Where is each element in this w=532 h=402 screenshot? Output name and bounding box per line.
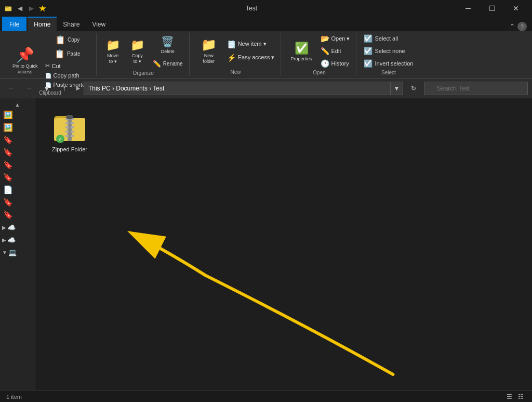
invert-selection-button[interactable]: ☑️ Invert selection [362,58,415,69]
minimize-button[interactable]: ─ [456,0,480,17]
svg-rect-11 [71,126,74,128]
sidebar-scroll-up[interactable]: ▲ [0,100,35,109]
sidebar-pc-icon: 💻 [8,249,17,256]
refresh-button[interactable]: ↻ [406,81,421,96]
sidebar-item-7[interactable]: 🔖 [0,196,35,209]
ribbon-tabs: File Home Share View ⌃ ? [0,17,532,31]
paste-icon: 📋 [55,49,65,59]
sidebar-cloud-icon-1: ☁️ [7,236,16,244]
tab-share[interactable]: Share [57,17,86,31]
open-group: ✅ Properties 📂 Open ▾ ✏️ Edit 🕐 [282,33,356,76]
new-folder-button[interactable]: 📁 Newfolder [195,35,223,67]
back-arrow-icon[interactable]: ◀ [16,4,24,12]
content-area: ✓ Zipped Folder [35,98,532,390]
recent-locations-button[interactable]: ▼ [39,81,54,96]
tab-file[interactable]: File [2,17,26,31]
copy-icon: 📋 [55,35,65,45]
delete-icon: 🗑️ [161,35,174,48]
list-view-button[interactable]: ☰ [504,392,514,402]
rename-button[interactable]: ✏️ Rename [151,58,185,69]
svg-text:✓: ✓ [58,136,62,142]
up-button[interactable]: ↑ [57,81,72,96]
window-controls: ─ ☐ ✕ [456,0,528,17]
properties-button[interactable]: ✅ Properties [286,35,316,67]
sidebar-item-6[interactable]: 📄 [0,184,35,196]
select-all-button[interactable]: ☑️ Select all [362,33,415,44]
pin-to-quick-access-button[interactable]: 📌 Pin to Quickaccess [8,46,42,77]
zip-folder-icon: ✓ [53,111,86,144]
sidebar-icon-8: 🔖 [3,210,13,219]
file-grid: ✓ Zipped Folder [35,98,532,165]
tab-home[interactable]: Home [28,17,57,31]
new-item-button[interactable]: 🗒️ New item ▾ [225,39,277,49]
address-dropdown-button[interactable]: ▼ [391,82,403,95]
edit-icon: ✏️ [321,47,329,55]
title-bar-icons: ◀ ▶ [4,4,47,12]
easy-access-button[interactable]: ⚡ Easy access ▾ [225,53,277,63]
forward-button[interactable]: → [22,81,36,96]
open-button[interactable]: 📂 Open ▾ [318,33,352,44]
sidebar-item-5[interactable]: 🔖 [0,171,35,184]
address-input[interactable] [84,82,391,95]
sidebar-item-3[interactable]: 🔖 [0,146,35,159]
sidebar-icon-4: 🔖 [3,160,13,170]
edit-button[interactable]: ✏️ Edit [318,46,352,56]
forward-arrow-icon[interactable]: ▶ [27,4,35,12]
move-to-icon: 📁 [106,38,120,52]
status-bar: 1 item ☰ ☷ [0,390,532,402]
main-layout: ▲ 🖼️ 🖼️ 🔖 🔖 🔖 🔖 📄 🔖 🔖 ▶ ☁️ [0,98,532,390]
history-button[interactable]: 🕐 History [318,58,352,69]
copy-to-icon: 📁 [130,38,144,52]
address-container: ► ▼ [75,82,403,95]
sidebar-item-4[interactable]: 🔖 [0,159,35,171]
svg-rect-14 [65,135,69,137]
help-button[interactable]: ? [517,22,527,31]
search-input[interactable] [424,82,528,95]
open-label: Open [286,69,352,76]
sidebar-icon-1: 🖼️ [3,123,13,132]
sidebar-item-2[interactable]: 🔖 [0,134,35,146]
svg-rect-13 [71,131,74,133]
tab-view[interactable]: View [86,17,112,31]
sidebar-item-8[interactable]: 🔖 [0,209,35,221]
copy-button[interactable]: 📋 Copy [43,33,92,46]
properties-icon: ✅ [295,41,309,55]
copy-path-button[interactable]: 📄 Copy path [43,71,92,80]
sidebar: ▲ 🖼️ 🖼️ 🔖 🔖 🔖 🔖 📄 🔖 🔖 ▶ ☁️ [0,98,35,390]
delete-button[interactable]: 🗑️ Delete [151,33,185,56]
details-view-button[interactable]: ☷ [515,392,526,402]
sidebar-expand-0[interactable]: ▶ ☁️ [0,221,35,234]
sidebar-icon-6: 📄 [3,185,13,194]
sidebar-expand-1[interactable]: ▶ ☁️ [0,234,35,246]
breadcrumb-arrow: ► [75,84,82,92]
organize-buttons: 📁 Moveto ▾ 📁 Copyto ▾ 🗑️ Delete ✏️ Renam… [102,33,185,69]
cut-button[interactable]: ✂ Cut [43,61,92,70]
open-buttons: ✅ Properties 📂 Open ▾ ✏️ Edit 🕐 [286,33,352,69]
select-none-button[interactable]: ☑️ Select none [362,46,415,56]
paste-button[interactable]: 📋 Paste [43,47,92,60]
collapse-ribbon-button[interactable]: ⌃ [509,22,515,31]
sidebar-cloud-icon-0: ☁️ [7,224,16,231]
pin-icon: 📌 [16,48,34,62]
svg-marker-3 [39,5,46,11]
close-button[interactable]: ✕ [504,0,528,17]
move-to-button[interactable]: 📁 Moveto ▾ [102,36,124,67]
sidebar-item-0[interactable]: 🖼️ [0,109,35,121]
sidebar-item-1[interactable]: 🖼️ [0,121,35,134]
back-button[interactable]: ← [4,81,19,96]
maximize-button[interactable]: ☐ [480,0,504,17]
organize-group: 📁 Moveto ▾ 📁 Copyto ▾ 🗑️ Delete ✏️ Renam… [98,33,190,76]
file-name-zipped-folder: Zipped Folder [52,146,87,152]
sidebar-expand-2[interactable]: ▼ 💻 [0,246,35,258]
quick-access-icon[interactable] [38,4,47,12]
organize-label: Organize [102,69,185,77]
copy-to-button[interactable]: 📁 Copyto ▾ [126,36,149,67]
file-item-zipped-folder[interactable]: ✓ Zipped Folder [44,107,96,157]
pin-label: Pin to Quickaccess [12,63,38,75]
rename-icon: ✏️ [153,60,161,68]
svg-rect-16 [66,115,73,119]
select-label: Select [362,69,415,76]
open-edit-col: 📂 Open ▾ ✏️ Edit 🕐 History [318,33,352,69]
new-label: New [195,68,277,76]
svg-rect-9 [71,122,74,124]
